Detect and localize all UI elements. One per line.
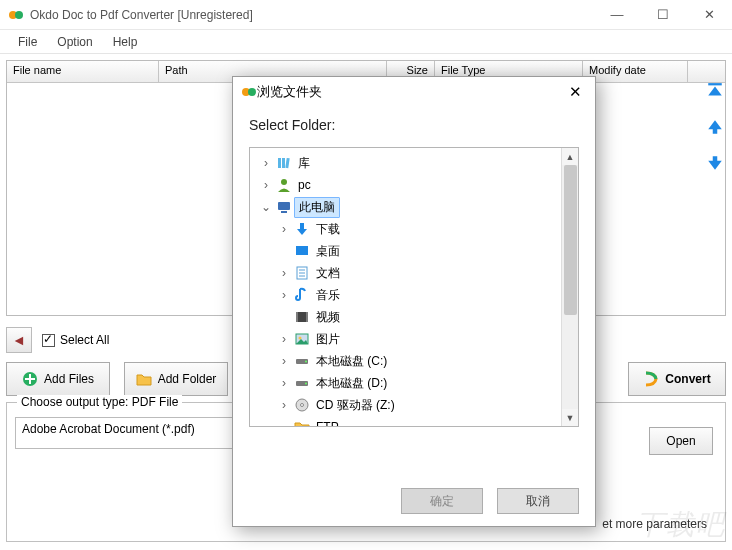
svg-rect-2 bbox=[708, 83, 722, 85]
reorder-arrows bbox=[706, 82, 724, 176]
expander-icon[interactable]: › bbox=[276, 376, 292, 390]
svg-rect-16 bbox=[300, 223, 304, 229]
computer-icon bbox=[276, 199, 292, 215]
folder-icon bbox=[136, 371, 152, 387]
scroll-down-icon[interactable]: ▼ bbox=[562, 409, 578, 426]
svg-rect-24 bbox=[306, 312, 308, 322]
output-type-value: Adobe Acrobat Document (*.pdf) bbox=[22, 422, 195, 436]
desktop-icon bbox=[294, 243, 310, 259]
svg-rect-17 bbox=[296, 246, 308, 255]
move-up-icon[interactable] bbox=[706, 118, 724, 140]
menu-file[interactable]: File bbox=[8, 35, 47, 49]
tree-node-label: 本地磁盘 (C:) bbox=[312, 352, 391, 371]
add-folder-label: Add Folder bbox=[158, 372, 217, 386]
svg-point-28 bbox=[305, 361, 307, 363]
tree-node[interactable]: 桌面 bbox=[250, 240, 578, 262]
close-button[interactable]: ✕ bbox=[686, 0, 732, 29]
tree-node[interactable]: ›库 bbox=[250, 152, 578, 174]
menu-option[interactable]: Option bbox=[47, 35, 102, 49]
library-icon bbox=[276, 155, 292, 171]
menubar: File Option Help bbox=[0, 30, 732, 54]
video-icon bbox=[294, 309, 310, 325]
browse-folder-dialog: 浏览文件夹 ✕ Select Folder: ›库›pc⌄此电脑›下载桌面›文档… bbox=[232, 76, 596, 527]
convert-button[interactable]: Convert bbox=[628, 362, 726, 396]
plus-icon bbox=[22, 371, 38, 387]
convert-label: Convert bbox=[665, 372, 710, 386]
svg-point-9 bbox=[248, 88, 256, 96]
svg-point-32 bbox=[301, 404, 304, 407]
tree-node[interactable]: FTP bbox=[250, 416, 578, 427]
svg-rect-23 bbox=[296, 312, 298, 322]
col-filename[interactable]: File name bbox=[7, 61, 159, 82]
expander-icon[interactable]: › bbox=[276, 354, 292, 368]
tree-node-label: 音乐 bbox=[312, 286, 344, 305]
dialog-logo-icon bbox=[241, 84, 257, 100]
tree-node[interactable]: ›本地磁盘 (D:) bbox=[250, 372, 578, 394]
expander-icon[interactable]: › bbox=[258, 156, 274, 170]
expander-icon[interactable]: › bbox=[276, 266, 292, 280]
music-icon bbox=[294, 287, 310, 303]
tree-node[interactable]: ›pc bbox=[250, 174, 578, 196]
drive-icon bbox=[294, 353, 310, 369]
expander-icon[interactable]: › bbox=[276, 332, 292, 346]
expander-icon[interactable]: › bbox=[276, 288, 292, 302]
tree-node[interactable]: ›图片 bbox=[250, 328, 578, 350]
select-all-checkbox[interactable]: Select All bbox=[42, 333, 109, 347]
more-parameters-link[interactable]: et more parameters bbox=[602, 517, 707, 531]
tree-node[interactable]: 视频 bbox=[250, 306, 578, 328]
cddrive-icon bbox=[294, 397, 310, 413]
tree-node-label: 下载 bbox=[312, 220, 344, 239]
dialog-close-button[interactable]: ✕ bbox=[555, 83, 595, 101]
folder-icon bbox=[294, 419, 310, 427]
select-all-label: Select All bbox=[60, 333, 109, 347]
tree-node-label: pc bbox=[294, 177, 315, 193]
tree-node[interactable]: ›音乐 bbox=[250, 284, 578, 306]
expander-icon[interactable]: › bbox=[276, 222, 292, 236]
open-button[interactable]: Open bbox=[649, 427, 713, 455]
tree-scrollbar[interactable]: ▲ ▼ bbox=[561, 148, 578, 426]
svg-rect-15 bbox=[281, 211, 287, 213]
folder-tree[interactable]: ›库›pc⌄此电脑›下载桌面›文档›音乐视频›图片›本地磁盘 (C:)›本地磁盘… bbox=[249, 147, 579, 427]
scroll-up-icon[interactable]: ▲ bbox=[562, 148, 578, 165]
drive-icon bbox=[294, 375, 310, 391]
titlebar: Okdo Doc to Pdf Converter [Unregistered]… bbox=[0, 0, 732, 30]
svg-point-1 bbox=[15, 11, 23, 19]
expander-icon[interactable]: › bbox=[276, 398, 292, 412]
expander-icon[interactable]: ⌄ bbox=[258, 200, 274, 214]
minimize-button[interactable]: — bbox=[594, 0, 640, 29]
tree-node[interactable]: ›CD 驱动器 (Z:) bbox=[250, 394, 578, 416]
tree-node-label: CD 驱动器 (Z:) bbox=[312, 396, 399, 415]
dialog-ok-button[interactable]: 确定 bbox=[401, 488, 483, 514]
dialog-title: 浏览文件夹 bbox=[257, 83, 555, 101]
prev-page-button[interactable]: ◄ bbox=[6, 327, 32, 353]
tree-node[interactable]: ›本地磁盘 (C:) bbox=[250, 350, 578, 372]
move-down-icon[interactable] bbox=[706, 154, 724, 176]
tree-node[interactable]: ⌄此电脑 bbox=[250, 196, 578, 218]
tree-node-label: 本地磁盘 (D:) bbox=[312, 374, 391, 393]
add-folder-button[interactable]: Add Folder bbox=[124, 362, 228, 396]
menu-help[interactable]: Help bbox=[103, 35, 148, 49]
col-date[interactable]: Modify date bbox=[583, 61, 688, 82]
dialog-heading: Select Folder: bbox=[249, 117, 579, 133]
scroll-thumb[interactable] bbox=[564, 165, 577, 315]
svg-rect-7 bbox=[25, 378, 35, 380]
tree-node[interactable]: ›下载 bbox=[250, 218, 578, 240]
document-icon bbox=[294, 265, 310, 281]
dialog-cancel-button[interactable]: 取消 bbox=[497, 488, 579, 514]
svg-rect-12 bbox=[285, 158, 289, 168]
svg-rect-11 bbox=[282, 158, 285, 168]
move-top-icon[interactable] bbox=[706, 82, 724, 104]
tree-node-label: 此电脑 bbox=[294, 197, 340, 218]
open-label: Open bbox=[666, 434, 695, 448]
svg-rect-4 bbox=[713, 156, 718, 162]
window-title: Okdo Doc to Pdf Converter [Unregistered] bbox=[30, 8, 594, 22]
svg-rect-10 bbox=[278, 158, 281, 168]
maximize-button[interactable]: ☐ bbox=[640, 0, 686, 29]
tree-node-label: FTP bbox=[312, 419, 343, 427]
download-icon bbox=[294, 221, 310, 237]
tree-node[interactable]: ›文档 bbox=[250, 262, 578, 284]
expander-icon[interactable]: › bbox=[258, 178, 274, 192]
svg-point-30 bbox=[305, 383, 307, 385]
picture-icon bbox=[294, 331, 310, 347]
add-files-button[interactable]: Add Files bbox=[6, 362, 110, 396]
